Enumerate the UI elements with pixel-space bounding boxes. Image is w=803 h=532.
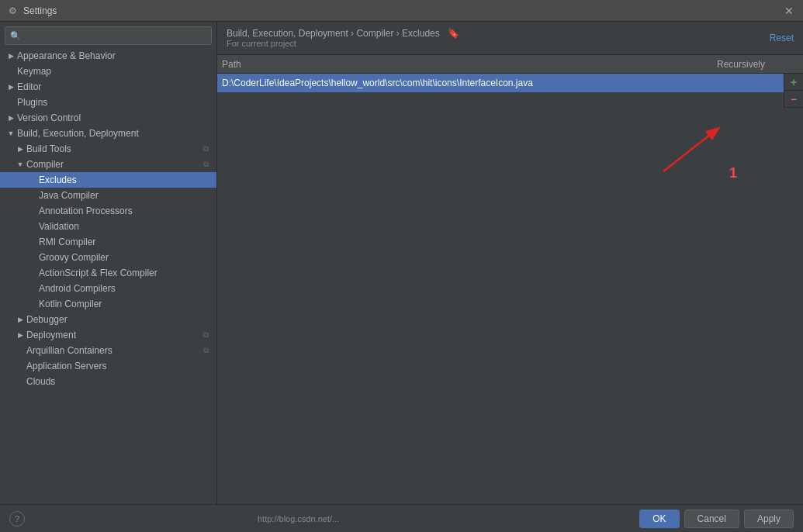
sidebar-label-debugger: Debugger xyxy=(26,314,213,325)
tree-arrow-appearance-behavior: ▶ xyxy=(6,51,16,60)
sidebar-item-debugger[interactable]: ▶Debugger xyxy=(0,312,216,327)
main-container: 🔍 ▶Appearance & Behavior▶Keymap▶Editor▶P… xyxy=(0,22,803,504)
sidebar-label-deployment: Deployment xyxy=(26,330,203,340)
copy-icon-arquillian-containers: ⧉ xyxy=(203,346,209,355)
sidebar-item-arquillian-containers[interactable]: ▶Arquillian Containers⧉ xyxy=(0,343,216,358)
ok-button[interactable]: OK xyxy=(639,510,679,528)
copy-icon-compiler: ⧉ xyxy=(203,160,209,169)
sidebar-item-keymap[interactable]: ▶Keymap xyxy=(0,64,216,79)
sidebar-label-annotation-processors: Annotation Processors xyxy=(39,206,213,216)
sidebar-item-build-execution-deployment[interactable]: ▼Build, Execution, Deployment xyxy=(0,126,216,141)
remove-button[interactable]: − xyxy=(784,91,803,108)
copy-icon-deployment: ⧉ xyxy=(203,330,209,340)
sidebar-label-plugins: Plugins xyxy=(17,97,213,108)
apply-button[interactable]: Apply xyxy=(744,510,794,528)
sidebar-item-android-compilers[interactable]: ▶Android Compilers xyxy=(0,281,216,296)
sidebar-label-excludes: Excludes xyxy=(39,174,213,185)
sidebar-label-application-servers: Application Servers xyxy=(26,361,213,371)
table-row[interactable]: D:\CoderLife\IdeaProjects\hellow_world\s… xyxy=(217,74,803,92)
arrow-annotation: 1 xyxy=(648,117,741,181)
sidebar-label-java-compiler: Java Compiler xyxy=(39,190,213,201)
title-bar-title: Settings xyxy=(23,5,781,16)
sidebar-item-deployment[interactable]: ▶Deployment⧉ xyxy=(0,327,216,343)
sidebar-label-version-control: Version Control xyxy=(17,112,213,123)
row-path: D:\CoderLife\IdeaProjects\hellow_world\s… xyxy=(222,78,702,88)
bottom-bar: ? http://blog.csdn.net/... OKCancelApply xyxy=(0,504,803,532)
sidebar-label-groovy-compiler: Groovy Compiler xyxy=(39,252,213,263)
sidebar-label-appearance-behavior: Appearance & Behavior xyxy=(17,50,213,61)
col-path-header: Path xyxy=(222,59,702,70)
sidebar-item-plugins[interactable]: ▶Plugins xyxy=(0,95,216,110)
tree-arrow-debugger: ▶ xyxy=(16,315,25,324)
search-box[interactable]: 🔍 xyxy=(5,26,212,45)
col-recursively-header: Recursively xyxy=(702,59,780,70)
project-label: For current project xyxy=(227,39,459,48)
close-button[interactable]: ✕ xyxy=(781,5,797,17)
sidebar-label-rmi-compiler: RMI Compiler xyxy=(39,237,213,247)
help-button[interactable]: ? xyxy=(9,511,25,527)
tree-arrow-build-execution-deployment: ▼ xyxy=(6,129,16,138)
annotation-number: 1 xyxy=(729,165,737,181)
sidebar-label-clouds: Clouds xyxy=(26,376,213,387)
title-bar: ⚙ Settings ✕ xyxy=(0,0,803,22)
sidebar-label-arquillian-containers: Arquillian Containers xyxy=(26,345,203,356)
tree-arrow-compiler: ▼ xyxy=(16,160,25,169)
content-area: Build, Execution, Deployment › Compiler … xyxy=(217,22,803,504)
sidebar-label-validation: Validation xyxy=(39,221,213,232)
sidebar-item-validation[interactable]: ▶Validation xyxy=(0,219,216,234)
reset-button[interactable]: Reset xyxy=(770,33,794,43)
svg-line-1 xyxy=(663,129,718,171)
sidebar-label-android-compilers: Android Compilers xyxy=(39,283,213,294)
sidebar-item-java-compiler[interactable]: ▶Java Compiler xyxy=(0,188,216,203)
sidebar-item-appearance-behavior[interactable]: ▶Appearance & Behavior xyxy=(0,48,216,64)
tree-arrow-version-control: ▶ xyxy=(6,113,16,123)
sidebar-item-compiler[interactable]: ▼Compiler⧉ xyxy=(0,157,216,172)
sidebar-label-compiler: Compiler xyxy=(26,159,203,170)
table-header: Path Recursively xyxy=(217,55,803,74)
copy-icon-build-tools: ⧉ xyxy=(203,144,209,154)
sidebar-item-actionscript-flex-compiler[interactable]: ▶ActionScript & Flex Compiler xyxy=(0,265,216,281)
breadcrumb-text: Build, Execution, Deployment › Compiler … xyxy=(227,28,459,48)
sidebar-item-groovy-compiler[interactable]: ▶Groovy Compiler xyxy=(0,250,216,265)
breadcrumb-path: Build, Execution, Deployment › Compiler … xyxy=(227,28,440,39)
sidebar-item-editor[interactable]: ▶Editor xyxy=(0,79,216,95)
sidebar-label-kotlin-compiler: Kotlin Compiler xyxy=(39,299,213,309)
sidebar-item-rmi-compiler[interactable]: ▶RMI Compiler xyxy=(0,234,216,250)
sidebar-label-build-tools: Build Tools xyxy=(26,143,203,154)
add-button[interactable]: + xyxy=(784,74,803,91)
search-icon: 🔍 xyxy=(10,31,21,41)
tree-arrow-deployment: ▶ xyxy=(16,330,25,340)
sidebar-label-build-execution-deployment: Build, Execution, Deployment xyxy=(17,128,213,139)
sidebar-label-keymap: Keymap xyxy=(17,66,213,77)
sidebar-item-excludes[interactable]: ▶Excludes xyxy=(0,172,216,188)
breadcrumb-right: Reset xyxy=(757,33,794,43)
tree-arrow-editor: ▶ xyxy=(6,82,16,92)
breadcrumb-bar: Build, Execution, Deployment › Compiler … xyxy=(217,22,803,55)
sidebar-item-build-tools[interactable]: ▶Build Tools⧉ xyxy=(0,141,216,157)
sidebar-item-application-servers[interactable]: ▶Application Servers xyxy=(0,358,216,374)
dialog-buttons: OKCancelApply xyxy=(639,510,794,528)
cancel-button[interactable]: Cancel xyxy=(684,510,739,528)
sidebar-item-version-control[interactable]: ▶Version Control xyxy=(0,110,216,126)
sidebar-item-kotlin-compiler[interactable]: ▶Kotlin Compiler xyxy=(0,296,216,312)
sidebar-label-actionscript-flex-compiler: ActionScript & Flex Compiler xyxy=(39,268,213,278)
tree-arrow-build-tools: ▶ xyxy=(16,144,25,154)
sidebar-item-annotation-processors[interactable]: ▶Annotation Processors xyxy=(0,203,216,219)
sidebar-label-editor: Editor xyxy=(17,81,213,92)
action-buttons: + − xyxy=(784,74,803,108)
project-icon: 🔖 xyxy=(448,28,459,39)
sidebar: 🔍 ▶Appearance & Behavior▶Keymap▶Editor▶P… xyxy=(0,22,217,504)
tree-container: ▶Appearance & Behavior▶Keymap▶Editor▶Plu… xyxy=(0,48,216,389)
watermark-text: http://blog.csdn.net/... xyxy=(25,514,639,523)
settings-icon: ⚙ xyxy=(6,5,19,17)
table-container: Path Recursively D:\CoderLife\IdeaProjec… xyxy=(217,55,803,504)
sidebar-item-clouds[interactable]: ▶Clouds xyxy=(0,374,216,389)
table-rows: D:\CoderLife\IdeaProjects\hellow_world\s… xyxy=(217,74,803,92)
